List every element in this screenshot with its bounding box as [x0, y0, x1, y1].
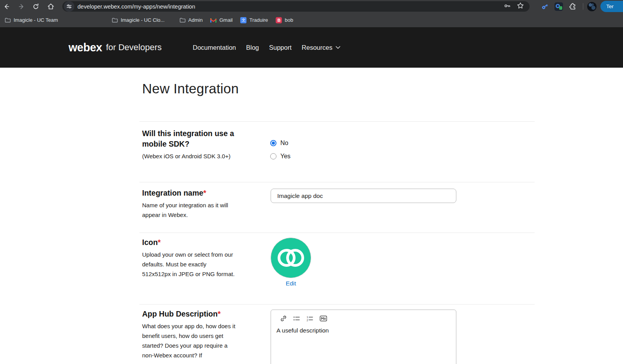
nav-resources-label: Resources — [302, 44, 333, 51]
divider — [139, 304, 535, 304]
folder-icon — [180, 18, 186, 23]
mobile-sdk-subtext: (Webex iOS or Android SDK 3.0+) — [142, 151, 236, 161]
mobile-sdk-section-label: Will this integration use a mobile SDK? … — [142, 128, 239, 161]
integration-icon-preview[interactable] — [271, 238, 311, 278]
svg-text:2: 2 — [307, 319, 308, 322]
bookmark-bob[interactable]: B bob — [273, 16, 296, 25]
back-icon[interactable] — [3, 3, 11, 10]
bookmark-label: Gmail — [219, 17, 232, 23]
nav-blog[interactable]: Blog — [246, 44, 259, 51]
radio-selected-icon[interactable] — [270, 140, 276, 146]
app-hub-description-section-label: App Hub Description* What does your app … — [142, 309, 239, 360]
gmail-icon — [210, 18, 216, 23]
key-extension-icon[interactable] — [540, 2, 549, 11]
translate-icon: 文 — [240, 17, 246, 23]
forward-icon[interactable] — [18, 3, 25, 10]
radio-unselected-icon[interactable] — [270, 153, 276, 159]
app-hub-description-text: What does your app do, how does it benef… — [142, 321, 236, 360]
bookmark-label: bob — [285, 17, 293, 23]
page-content: New Integration Will this integration us… — [0, 68, 623, 364]
icon-edit-link[interactable]: Edit — [271, 280, 311, 287]
nav-support[interactable]: Support — [269, 44, 292, 51]
link-icon[interactable] — [280, 315, 287, 322]
integration-name-section-label: Integration name* Name of your integrati… — [142, 188, 239, 220]
profile-chip[interactable]: Ter — [600, 1, 623, 12]
browser-profile-avatar[interactable] — [587, 2, 597, 11]
site-settings-icon[interactable] — [64, 1, 74, 12]
required-marker: * — [203, 189, 206, 197]
nav-documentation[interactable]: Documentation — [193, 44, 236, 51]
numbered-list-icon[interactable]: 12 — [306, 315, 314, 322]
site-header: webex for Developers Documentation Blog … — [0, 27, 623, 68]
bookmark-label: Traduire — [249, 17, 268, 23]
integration-name-description: Name of your integration as it will appe… — [142, 200, 236, 220]
bookmark-imagicle-uc-team[interactable]: Imagicle - UC Team — [2, 16, 61, 24]
icon-description: Upload your own or select from our defau… — [142, 250, 236, 279]
bookmark-label: Imagicle - UC Team — [14, 17, 58, 23]
extensions-area: Ter — [540, 0, 623, 13]
radio-label: No — [280, 140, 288, 147]
folder-icon — [112, 18, 118, 23]
password-key-icon[interactable] — [503, 2, 511, 11]
bullet-list-icon[interactable] — [293, 315, 301, 322]
puzzle-extensions-icon[interactable] — [568, 2, 577, 11]
mobile-sdk-heading: Will this integration use a mobile SDK? — [142, 128, 235, 149]
bookmark-star-icon[interactable] — [517, 2, 524, 11]
heading-text: Integration name — [142, 189, 203, 197]
nav-resources[interactable]: Resources — [302, 44, 340, 51]
markdown-icon[interactable] — [319, 315, 327, 322]
required-marker: * — [158, 238, 161, 247]
required-marker: * — [218, 310, 221, 318]
reload-icon[interactable] — [32, 3, 40, 10]
divider — [139, 182, 535, 182]
bookmark-traduire[interactable]: 文 Traduire — [237, 16, 271, 25]
integration-name-heading: Integration name* — [142, 188, 235, 198]
radio-label: Yes — [280, 153, 290, 160]
mobile-sdk-radio-group: No Yes — [270, 138, 290, 161]
heading-text: App Hub Description — [142, 310, 218, 318]
radio-option-yes[interactable]: Yes — [270, 152, 290, 161]
icon-section-label: Icon* Upload your own or select from our… — [142, 237, 239, 279]
logo-tagline: for Developers — [106, 42, 162, 52]
editor-content[interactable]: A useful description — [271, 322, 456, 334]
letter-badge-icon: B — [276, 17, 282, 23]
webex-logo[interactable]: webex for Developers — [69, 27, 162, 68]
divider — [139, 121, 535, 122]
home-icon[interactable] — [47, 3, 55, 10]
bookmark-admin[interactable]: Admin — [176, 16, 206, 24]
divider — [139, 233, 535, 233]
webex-rings-icon — [277, 247, 305, 269]
logo-wordmark: webex — [69, 41, 102, 54]
bookmark-label: Imagicle - UC Clo... — [121, 17, 165, 23]
office-extension-icon[interactable] — [554, 2, 563, 11]
page-title: New Integration — [142, 81, 239, 96]
bookmarks-bar: Imagicle - UC Team Imagicle - UC Clo... … — [0, 13, 623, 27]
app-hub-description-heading: App Hub Description* — [142, 309, 235, 319]
main-nav: Documentation Blog Support Resources — [193, 27, 340, 68]
radio-option-no[interactable]: No — [270, 138, 290, 147]
integration-name-input[interactable] — [271, 189, 456, 203]
bookmark-label: Admin — [188, 17, 203, 23]
browser-toolbar: developer.webex.com/my-apps/new/integrat… — [0, 0, 623, 13]
address-bar[interactable]: developer.webex.com/my-apps/new/integrat… — [62, 1, 530, 12]
heading-text: Icon — [142, 238, 158, 247]
icon-heading: Icon* — [142, 237, 235, 248]
svg-text:1: 1 — [307, 316, 308, 318]
editor-toolbar: 12 — [271, 310, 456, 322]
description-editor[interactable]: 12 A useful description — [271, 310, 456, 364]
screen: developer.webex.com/my-apps/new/integrat… — [0, 0, 623, 364]
bookmark-imagicle-uc-cloud[interactable]: Imagicle - UC Clo... — [109, 16, 168, 24]
bookmark-gmail[interactable]: Gmail — [207, 16, 236, 24]
toolbar-separator — [583, 3, 583, 10]
folder-icon — [5, 18, 11, 23]
url-text[interactable]: developer.webex.com/my-apps/new/integrat… — [77, 4, 503, 10]
chevron-down-icon — [336, 46, 340, 49]
